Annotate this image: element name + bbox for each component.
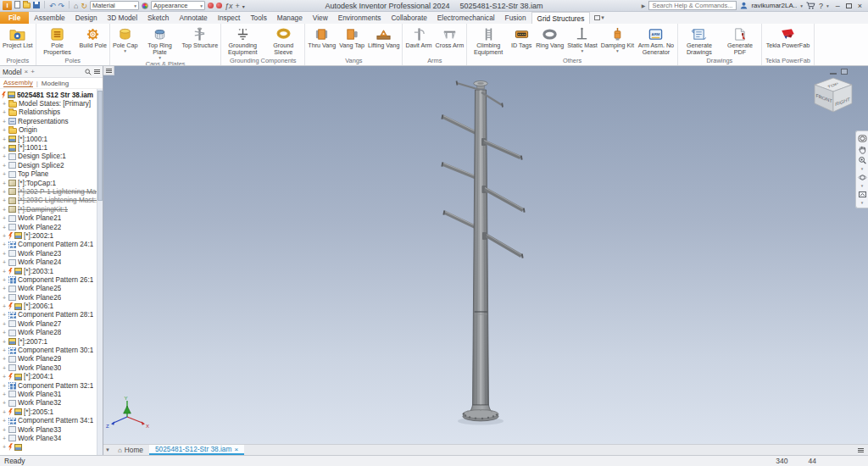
static-mast-button[interactable]: Static Mast▾ — [566, 25, 598, 53]
tree-item[interactable]: +[*]:2006:1 — [2, 302, 103, 310]
tree-item[interactable]: +Work Plane24 — [2, 258, 103, 266]
top-ring-plate-button[interactable]: Top Ring Plate▾ — [141, 25, 180, 60]
tree-item[interactable]: +Component Pattern 32:1 — [2, 381, 103, 390]
ring-vang-button[interactable]: Ring Vang — [535, 25, 565, 49]
zoom-icon[interactable] — [858, 156, 867, 165]
tree-item[interactable]: +[*]:2002:1 — [2, 231, 103, 240]
user-icon[interactable] — [740, 2, 748, 9]
tree-item[interactable]: +Design Splice2 — [2, 161, 103, 169]
tree-item[interactable]: +[*]:1001:1 — [2, 143, 103, 152]
expand-icon[interactable]: + — [2, 339, 7, 345]
tree-item[interactable]: +[*]:2007:1 — [2, 337, 103, 346]
document-tab[interactable]: 5025481-S12-Str 38.iam × — [149, 445, 244, 455]
tree-item[interactable]: +Work Plane27 — [2, 319, 103, 328]
expand-icon[interactable]: + — [2, 127, 7, 133]
expand-icon[interactable]: + — [2, 286, 7, 291]
ribbon-tab-sketch[interactable]: Sketch — [142, 12, 174, 24]
tree-item[interactable]: +Work Plane31 — [2, 390, 103, 398]
tree-item[interactable]: +[*]:2003:1 — [2, 267, 103, 275]
help-icon[interactable]: ? — [819, 2, 823, 10]
browser-scrollbar[interactable] — [97, 89, 103, 455]
update-icon[interactable]: ↻ — [81, 2, 88, 10]
ribbon-tab-view[interactable]: View — [308, 12, 333, 24]
tree-item[interactable]: +Work Plane28 — [2, 329, 103, 337]
tree-item[interactable]: +Component Pattern 26:1 — [2, 275, 103, 284]
material-dropdown[interactable]: Material▾ — [90, 1, 139, 10]
tekla-powerfab-button[interactable]: Tekla PowerFab — [765, 25, 811, 49]
tree-item[interactable]: +[*]:TopCap:1 — [2, 179, 103, 187]
expand-icon[interactable]: + — [2, 435, 7, 441]
expand-icon[interactable]: + — [2, 136, 7, 142]
doc-restore-icon[interactable] — [841, 69, 848, 75]
expand-icon[interactable]: + — [2, 383, 7, 389]
expand-icon[interactable]: + — [2, 259, 7, 265]
close-icon[interactable]: × — [234, 446, 238, 453]
close-icon[interactable]: × — [25, 68, 29, 75]
tree-item[interactable]: +Work Plane23 — [2, 249, 103, 258]
expand-icon[interactable]: + — [2, 171, 7, 177]
tree-item[interactable]: +Work Plane34 — [2, 434, 103, 442]
user-name[interactable]: ravikumar2LA.. — [751, 2, 797, 9]
ground-sleeve-button[interactable]: Ground Sleeve — [264, 25, 303, 56]
expand-icon[interactable]: + — [2, 163, 7, 169]
chevron-down-icon[interactable]: ▾ — [861, 201, 864, 205]
ribbon-tab-inspect[interactable]: Inspect — [213, 12, 246, 24]
cross-arm-button[interactable]: Cross Arm — [435, 25, 465, 49]
ribbon-tab-electromechanical[interactable]: Electromechanical — [432, 12, 500, 24]
ribbon-collapse-icon[interactable]: ▾ — [590, 12, 609, 24]
tree-item[interactable]: +Component Pattern 24:1 — [2, 241, 103, 249]
damping-kit-button[interactable]: Damping Kit▾ — [600, 25, 635, 53]
pan-hand-icon[interactable] — [858, 145, 867, 154]
chevron-down-icon[interactable]: ▾ — [826, 3, 829, 8]
ribbon-tab-environments[interactable]: Environments — [333, 12, 387, 24]
scrollbar-thumb[interactable] — [97, 91, 103, 201]
davit-arm-button[interactable]: Davit Arm — [404, 25, 432, 49]
expand-icon[interactable]: + — [2, 215, 7, 221]
chevron-down-icon[interactable]: ▾ — [861, 184, 864, 188]
help-search-box[interactable] — [648, 1, 737, 10]
tree-item[interactable]: +[*]:2004:1 — [2, 373, 103, 381]
expand-icon[interactable]: + — [2, 444, 7, 450]
inventor-logo-icon[interactable]: I — [3, 1, 12, 10]
view-cube[interactable]: TOP FRONT RIGHT — [807, 75, 860, 122]
tree-item[interactable]: 5025481 S12 Str 38.iam — [2, 91, 103, 99]
expand-icon[interactable]: + — [2, 109, 7, 115]
tree-item[interactable]: +Representations — [2, 117, 103, 125]
look-at-icon[interactable] — [858, 190, 867, 199]
expand-icon[interactable]: + — [2, 321, 7, 327]
menu-icon[interactable] — [94, 69, 100, 74]
expand-icon[interactable]: + — [2, 374, 7, 380]
grounding-equipment-button[interactable]: Grounding Equipment — [223, 25, 262, 56]
expand-icon[interactable]: + — [2, 303, 7, 309]
arm-asm-no-generator-button[interactable]: ARMArm Asm. No Generator — [637, 25, 676, 56]
ribbon-tab-file[interactable]: File — [0, 12, 29, 24]
tab-scroll-icon[interactable]: ▼ — [103, 445, 112, 455]
chevron-down-icon[interactable]: ▾ — [800, 3, 803, 8]
vang-tap-button[interactable]: Vang Tap — [338, 25, 365, 49]
expand-icon[interactable]: + — [2, 233, 7, 239]
top-structure-button[interactable]: Top Structure — [181, 25, 220, 49]
model-viewport[interactable]: Y X Z — [103, 66, 861, 444]
search-expand-icon[interactable]: ▶ — [642, 3, 646, 8]
tree-item[interactable]: +Model States: [Primary] — [2, 99, 103, 108]
expand-icon[interactable]: + — [2, 409, 7, 415]
assembly-view-link[interactable]: Assembly — [3, 79, 33, 87]
ribbon-tab-tools[interactable]: Tools — [245, 12, 271, 24]
cart-icon[interactable] — [806, 2, 815, 9]
expand-icon[interactable]: + — [2, 153, 7, 159]
tree-item[interactable]: +Origin — [2, 126, 103, 135]
ribbon-tab-annotate[interactable]: Annotate — [174, 12, 212, 24]
ribbon-tab-design[interactable]: Design — [70, 12, 103, 24]
chevron-down-icon[interactable]: ▾ — [861, 167, 864, 171]
ribbon-tab-3d-model[interactable]: 3D Model — [103, 12, 143, 24]
id-tags-button[interactable]: ID Tags — [509, 25, 533, 49]
ribbon-tab-grid-structures[interactable]: Grid Structures — [531, 12, 591, 24]
expand-icon[interactable]: + — [2, 241, 7, 247]
tab-menu[interactable] — [854, 445, 868, 455]
expand-icon[interactable]: + — [2, 347, 7, 353]
modeling-view-link[interactable]: Modeling — [42, 80, 69, 87]
expand-icon[interactable]: + — [2, 277, 7, 283]
add-icon[interactable]: + — [236, 2, 240, 10]
generate-drawings-button[interactable]: Generate Drawings — [680, 25, 719, 56]
appearance-adjust-icon[interactable] — [208, 2, 214, 10]
